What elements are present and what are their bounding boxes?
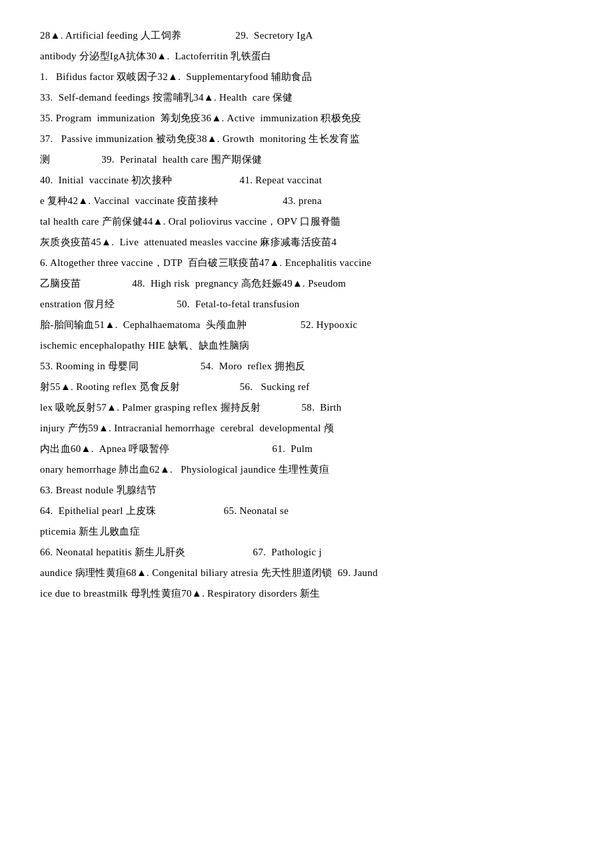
line-40-41: 40. Initial vaccinate 初次接种 41. Repeat va… — [40, 171, 573, 189]
line-28-29: 28▲. Artificial feeding 人工饲养 29. Secreto… — [40, 27, 573, 45]
line-6-47: 6. Altogether three vaccine，DTP 百白破三联疫苗4… — [40, 254, 573, 272]
line-53-54: 53. Rooming in 母婴同 54. Moro reflex 拥抱反 — [40, 357, 573, 375]
line-aundice-68-69: aundice 病理性黄疸68▲. Congenital biliary atr… — [40, 564, 573, 582]
line-she55-56: 射55▲. Rooting reflex 觅食反射 56. Sucking re… — [40, 378, 573, 396]
line-encepha-48: 乙脑疫苗 48. High risk pregnancy 高危妊娠49▲. Ps… — [40, 275, 573, 293]
line-64-65: 64. Epithelial pearl 上皮珠 65. Neonatal se — [40, 502, 573, 520]
line-antibody: antibody 分泌型IgA抗体30▲. Lactoferritin 乳铁蛋白 — [40, 47, 573, 65]
line-injury-59: injury 产伤59▲. Intracranial hemorrhage ce… — [40, 419, 573, 437]
line-gray-45: 灰质炎疫苗45▲. Live attenuated measles vaccin… — [40, 233, 573, 251]
line-tal-44: tal health care 产前保健44▲. Oral poliovirus… — [40, 213, 573, 231]
line-onary-62: onary hemorrhage 肺出血62▲. Physiological j… — [40, 461, 573, 479]
line-ischemic: ischemic encephalopathy HIE 缺氧、缺血性脑病 — [40, 337, 573, 355]
line-ice-70: ice due to breastmilk 母乳性黄疸70▲. Respirat… — [40, 585, 573, 603]
line-enstration-50: enstration 假月经 50. Fetal-to-fetal transf… — [40, 295, 573, 313]
text-block: 28▲. Artificial feeding 人工饲养 29. Secreto… — [40, 27, 573, 603]
line-pticemia: pticemia 新生儿败血症 — [40, 523, 573, 541]
line-e-42-43: e 复种42▲. Vaccinal vaccinate 疫苗接种 43. pre… — [40, 192, 573, 210]
line-1-bifidus: 1. Bifidus factor 双岐因子32▲. Supplementary… — [40, 68, 573, 86]
line-37-38: 37. Passive immunization 被动免疫38▲. Growth… — [40, 130, 573, 148]
line-ce-39: 测 39. Perinatal health care 围产期保健 — [40, 151, 573, 169]
line-fetus-51: 胎-胎间输血51▲. Cephalhaematoma 头颅血肿 52. Hypo… — [40, 316, 573, 334]
line-lex57-58: lex 吸吮反射57▲. Palmer grasping reflex 握持反射… — [40, 399, 573, 417]
line-66-67: 66. Neonatal hepatitis 新生儿肝炎 67. Patholo… — [40, 543, 573, 561]
line-33-34: 33. Self-demand feedings 按需哺乳34▲. Health… — [40, 89, 573, 107]
line-35-36: 35. Program immunization 筹划免疫36▲. Active… — [40, 109, 573, 127]
main-content: 28▲. Artificial feeding 人工饲养 29. Secreto… — [0, 0, 613, 632]
line-nei60-61: 内出血60▲. Apnea 呼吸暂停 61. Pulm — [40, 440, 573, 458]
line-63: 63. Breast nodule 乳腺结节 — [40, 481, 573, 499]
